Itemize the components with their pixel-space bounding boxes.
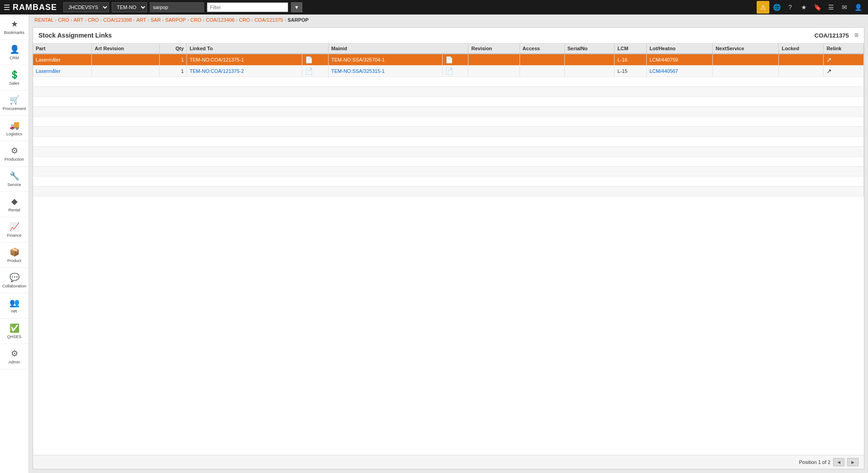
- breadcrumb-sar[interactable]: SAR: [151, 17, 161, 23]
- sidebar-item-service[interactable]: 🔧 Service: [0, 167, 29, 192]
- cell-serial-no: [564, 54, 615, 66]
- sidebar-label-qhses: QHSES: [7, 334, 22, 339]
- cell-next-service: [713, 66, 779, 77]
- search-input[interactable]: [150, 2, 204, 12]
- alert-icon-button[interactable]: ⚠: [757, 1, 769, 14]
- part-link[interactable]: Lasermåler: [36, 68, 61, 74]
- sidebar-item-bookmarks[interactable]: ★ Bookmarks: [0, 14, 29, 40]
- sidebar-label-collaboration: Collaboration: [2, 284, 26, 288]
- production-icon: ⚙: [11, 146, 18, 156]
- tenant-dropdown[interactable]: JHCDEVSYS: [63, 2, 109, 12]
- cell-linked-to-icon: 📄: [302, 54, 329, 66]
- table-row-empty: [33, 87, 864, 97]
- cell-qty: 1: [159, 54, 186, 66]
- sidebar-item-crm[interactable]: 👤 CRM: [0, 40, 29, 65]
- sidebar-label-hr: HR: [11, 309, 17, 314]
- mainid-doc-icon[interactable]: 📄: [445, 56, 453, 63]
- table-row: Lasermåler 1 TEM-NO:COA/121375-1 📄 TEM-N…: [33, 54, 864, 66]
- globe-icon-button[interactable]: 🌐: [770, 1, 783, 14]
- table-row-empty: [33, 97, 864, 107]
- breadcrumb-coa123406[interactable]: COA/123406: [206, 17, 235, 23]
- mainid-doc-icon[interactable]: 📄: [445, 67, 453, 75]
- breadcrumb-sep-9: ›: [236, 17, 238, 23]
- help-icon-button[interactable]: ?: [784, 1, 796, 14]
- bookmarks-icon: ★: [11, 19, 18, 29]
- mail-icon-button[interactable]: ✉: [838, 1, 851, 14]
- pagination-prev[interactable]: ◄: [833, 458, 844, 466]
- breadcrumb-art-1[interactable]: ART: [73, 17, 83, 23]
- sidebar-label-service: Service: [7, 182, 21, 187]
- linked-to-doc-icon[interactable]: 📄: [305, 56, 313, 63]
- filter-button[interactable]: ▼: [291, 2, 302, 12]
- col-revision: Revision: [468, 43, 520, 54]
- user-icon-button[interactable]: 👤: [852, 1, 864, 14]
- breadcrumb-sep-2: ›: [85, 17, 86, 23]
- mainid-link[interactable]: TEM-NO:SSA/325704-1: [331, 57, 385, 62]
- finance-icon: 📈: [10, 222, 19, 232]
- panel-title: Stock Assignment Links: [38, 32, 112, 39]
- breadcrumb-cro-3[interactable]: CRO: [191, 17, 201, 23]
- cell-access: [520, 66, 564, 77]
- panel-menu-icon[interactable]: ≡: [854, 31, 858, 39]
- sidebar-item-sales[interactable]: 💲 Sales: [0, 65, 29, 91]
- table-body: Lasermåler 1 TEM-NO:COA/121375-1 📄 TEM-N…: [33, 54, 864, 196]
- pagination-text: Position 1 of 2: [799, 459, 831, 465]
- sidebar-item-production[interactable]: ⚙ Production: [0, 141, 29, 167]
- col-lcm: LCM: [615, 43, 647, 54]
- bookmark-icon-button[interactable]: 🔖: [811, 1, 824, 14]
- data-table: Part Art Revision Qty Linked To Mainid R…: [33, 43, 864, 196]
- table-row-empty: [33, 77, 864, 87]
- cell-access: [520, 54, 564, 66]
- lcm-link[interactable]: LCM/440567: [649, 68, 678, 74]
- sidebar-item-admin[interactable]: ⚙ Admin: [0, 344, 29, 369]
- hr-icon: 👥: [10, 298, 19, 308]
- breadcrumb-cro-1[interactable]: CRO: [58, 17, 69, 23]
- breadcrumb-art-2[interactable]: ART: [136, 17, 146, 23]
- breadcrumb-cro-4[interactable]: CRO: [239, 17, 250, 23]
- linked-to-link[interactable]: TEM-NO:COA/121375-1: [190, 57, 244, 62]
- sidebar-item-collaboration[interactable]: 💬 Collaboration: [0, 268, 29, 293]
- relink-icon[interactable]: ↗: [826, 67, 832, 75]
- cell-lcm: L-16: [615, 54, 647, 66]
- module-dropdown[interactable]: TEM-NO CUS-NO SUP-NO: [112, 2, 147, 12]
- part-link[interactable]: Lasermåler: [36, 57, 61, 62]
- table-row-empty: [33, 107, 864, 117]
- logistics-icon: 🚚: [10, 120, 19, 130]
- sidebar-item-rental[interactable]: ◆ Rental: [0, 192, 29, 217]
- breadcrumb-sep-5: ›: [148, 17, 149, 23]
- cell-revision: [468, 66, 520, 77]
- hamburger-icon[interactable]: ☰: [4, 3, 10, 12]
- panel-header: Stock Assignment Links COA/121375 ≡: [33, 28, 864, 43]
- panel-id: COA/121375: [815, 32, 849, 39]
- lcm-link[interactable]: LCM/440759: [649, 57, 678, 62]
- filter-input[interactable]: [207, 2, 288, 12]
- sidebar-item-product[interactable]: 📦 Product: [0, 243, 29, 268]
- breadcrumb-coa123398[interactable]: COA/123398: [103, 17, 132, 23]
- sidebar-label-admin: Admin: [9, 360, 20, 364]
- sidebar-item-hr[interactable]: 👥 HR: [0, 293, 29, 319]
- breadcrumb-sep-0: ›: [55, 17, 57, 23]
- list-icon-button[interactable]: ☰: [825, 1, 837, 14]
- linked-to-doc-icon[interactable]: 📄: [305, 67, 313, 75]
- linked-to-link[interactable]: TEM-NO:COA/121375-2: [190, 68, 244, 74]
- table-row-empty: [33, 127, 864, 137]
- sidebar-item-procurement[interactable]: 🛒 Procurement: [0, 91, 29, 116]
- star-icon-button[interactable]: ★: [797, 1, 810, 14]
- breadcrumb-rental[interactable]: RENTAL: [34, 17, 54, 23]
- pagination-next[interactable]: ►: [847, 458, 858, 466]
- breadcrumb-sarpop[interactable]: SARPOP: [165, 17, 186, 23]
- sidebar-item-qhses[interactable]: ✅ QHSES: [0, 319, 29, 344]
- cell-linked-to: TEM-NO:COA/121375-2: [187, 66, 302, 77]
- breadcrumb-coa121375[interactable]: COA/121375: [254, 17, 283, 23]
- mainid-link[interactable]: TEM-NO:SSA/325315-1: [331, 68, 385, 74]
- sidebar-item-finance[interactable]: 📈 Finance: [0, 217, 29, 243]
- breadcrumb-cro-2[interactable]: CRO: [88, 17, 99, 23]
- breadcrumb-sep-6: ›: [162, 17, 164, 23]
- col-mainid: Mainid: [329, 43, 468, 54]
- cell-mainid: TEM-NO:SSA/325315-1: [329, 66, 443, 77]
- sidebar-item-logistics[interactable]: 🚚 Logistics: [0, 116, 29, 141]
- relink-icon[interactable]: ↗: [826, 56, 832, 63]
- col-next-service: NextService: [713, 43, 779, 54]
- table-row-empty: [33, 177, 864, 186]
- cell-relink: ↗: [824, 54, 864, 66]
